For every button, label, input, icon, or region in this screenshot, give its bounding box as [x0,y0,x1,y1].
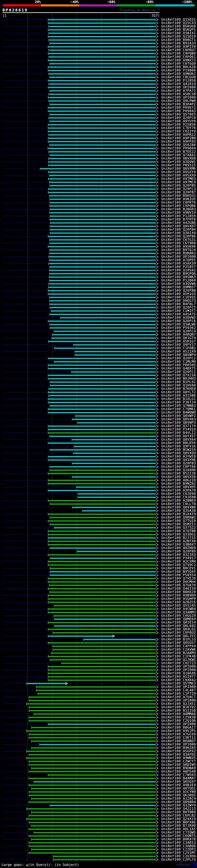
alignment-bar[interactable] [50,195,156,196]
alignment-bar[interactable] [49,50,156,51]
alignment-bar[interactable] [51,659,156,660]
alignment-bar[interactable] [48,53,156,54]
alignment-bar[interactable] [55,615,156,616]
alignment-bar[interactable] [48,36,156,37]
alignment-bar[interactable] [37,686,156,688]
alignment-bar[interactable] [48,46,156,48]
alignment-bar[interactable] [74,453,156,454]
alignment-bar[interactable] [34,781,156,782]
alignment-bar[interactable] [48,141,156,142]
alignment-bar[interactable] [48,490,156,491]
alignment-bar[interactable] [50,77,156,78]
alignment-bar[interactable] [30,720,156,721]
alignment-bar[interactable] [50,212,156,213]
alignment-bar[interactable] [54,632,156,633]
alignment-bar[interactable] [48,23,156,24]
alignment-bar[interactable] [51,209,156,210]
alignment-bar[interactable] [55,625,156,627]
alignment-bar[interactable] [48,598,156,599]
alignment-bar[interactable] [50,253,156,254]
alignment-bar[interactable] [41,168,156,169]
alignment-bar[interactable] [48,137,156,139]
alignment-bar[interactable] [83,510,156,512]
alignment-bar[interactable] [50,324,156,325]
alignment-bar[interactable] [30,815,156,816]
alignment-bar[interactable] [73,463,156,464]
alignment-bar[interactable] [73,476,156,477]
alignment-bar[interactable] [48,544,156,545]
alignment-bar[interactable] [49,84,156,85]
alignment-bar[interactable] [72,371,156,373]
alignment-bar[interactable] [48,365,156,366]
alignment-bar[interactable] [48,409,156,410]
alignment-bar[interactable] [51,571,156,572]
alignment-bar[interactable] [49,56,156,58]
alignment-bar[interactable] [48,609,156,610]
alignment-bar[interactable] [77,551,156,552]
alignment-bar[interactable] [75,351,156,352]
alignment-bar[interactable] [48,480,156,481]
alignment-bar[interactable] [32,768,156,769]
alignment-bar[interactable] [50,198,156,200]
alignment-bar[interactable] [84,639,156,640]
alignment-bar[interactable] [48,774,156,776]
alignment-bar[interactable] [73,419,156,420]
alignment-bar[interactable] [48,392,156,393]
alignment-bar[interactable] [50,185,156,186]
alignment-bar[interactable] [48,111,156,112]
alignment-bar[interactable] [48,636,112,637]
alignment-bar[interactable] [50,243,156,244]
alignment-bar[interactable] [48,670,156,671]
alignment-bar[interactable] [38,693,156,694]
alignment-bar[interactable] [50,280,156,281]
alignment-bar[interactable] [75,354,156,355]
alignment-bar[interactable] [51,517,156,518]
alignment-bar[interactable] [49,73,156,74]
alignment-bar[interactable] [30,734,156,735]
alignment-bar[interactable] [73,507,156,508]
alignment-bar[interactable] [49,165,156,166]
alignment-bar[interactable] [48,66,156,68]
alignment-bar[interactable] [50,591,156,593]
alignment-bar[interactable] [48,520,156,522]
alignment-bar[interactable] [48,127,156,129]
alignment-bar[interactable] [30,754,156,755]
alignment-bar[interactable] [30,822,156,823]
alignment-bar[interactable] [78,497,156,498]
alignment-bar[interactable] [48,290,156,291]
alignment-bar[interactable] [49,263,156,264]
alignment-bar[interactable] [48,124,156,125]
alignment-bar[interactable] [27,751,156,752]
alignment-bar[interactable] [48,602,156,603]
alignment-bar[interactable] [50,104,156,105]
alignment-bar[interactable] [30,717,156,718]
alignment-bar[interactable] [50,466,156,467]
alignment-bar[interactable] [50,182,156,183]
alignment-bar[interactable] [74,344,156,345]
alignment-bar[interactable] [49,94,156,95]
alignment-bar[interactable] [48,629,156,630]
alignment-bar[interactable] [51,202,156,203]
alignment-bar[interactable] [50,43,156,44]
alignment-bar[interactable] [48,554,156,555]
alignment-bar[interactable] [50,273,156,274]
alignment-bar[interactable] [48,426,156,427]
alignment-bar[interactable] [48,107,156,108]
alignment-bar[interactable] [48,612,156,613]
alignment-bar[interactable] [51,229,156,230]
alignment-bar[interactable] [30,710,156,711]
alignment-bar[interactable] [54,646,156,647]
alignment-bar[interactable] [51,216,156,217]
alignment-bar[interactable] [50,239,156,241]
alignment-bar[interactable] [51,470,156,471]
alignment-bar[interactable] [78,422,156,423]
alignment-bar[interactable] [50,121,156,122]
alignment-bar[interactable] [51,385,156,386]
alignment-bar[interactable] [48,500,156,501]
alignment-bar[interactable] [55,605,156,606]
alignment-bar[interactable] [55,348,156,349]
alignment-bar[interactable] [49,117,156,119]
alignment-bar[interactable] [55,527,156,528]
alignment-bar[interactable] [30,784,156,786]
alignment-bar[interactable] [32,727,156,728]
